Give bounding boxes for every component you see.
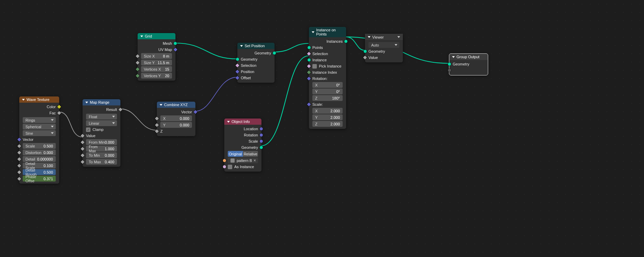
socket-out-instances[interactable] xyxy=(344,40,347,43)
output-scale: Scale xyxy=(224,138,261,144)
btn-relative[interactable]: Relative xyxy=(243,151,258,157)
toggle-transform-space[interactable]: Original Relative xyxy=(224,151,261,157)
input-selection: Selection xyxy=(237,62,275,69)
field-detail[interactable]: Detail0.000000 xyxy=(23,156,56,162)
node-header[interactable]: Combine XYZ xyxy=(157,102,195,108)
field-scale[interactable]: Scale0.500 xyxy=(23,143,56,149)
select-dtype[interactable]: Float xyxy=(86,114,117,120)
collapse-icon[interactable] xyxy=(312,31,314,33)
field-to-max[interactable]: To Max0.400 xyxy=(86,159,117,165)
input-geometry: Geometry xyxy=(449,61,488,67)
field-distortion[interactable]: Distortion0.000 xyxy=(23,150,56,155)
check-icon xyxy=(228,165,232,169)
socket-in-geometry[interactable] xyxy=(364,50,367,53)
node-grid[interactable]: Grid Mesh UV Map Size X8 m Size Y11.5 m … xyxy=(138,33,175,81)
field-size-y[interactable]: Size Y11.5 m xyxy=(141,60,172,65)
checkbox-clamp[interactable]: Clamp xyxy=(83,126,120,133)
node-title: Group Output xyxy=(457,55,480,59)
socket-in-points[interactable] xyxy=(308,46,311,49)
input-geometry: Geometry xyxy=(365,48,403,54)
input-geometry: Geometry xyxy=(237,56,275,62)
collapse-icon[interactable] xyxy=(160,104,162,106)
socket-in-object[interactable] xyxy=(223,159,226,162)
field-detail-scale[interactable]: Detail Scale0.100 xyxy=(23,163,56,168)
output-uvmap: UV Map xyxy=(138,47,175,53)
field-sy[interactable]: Y2.000 xyxy=(312,114,343,120)
socket-out-location[interactable] xyxy=(260,127,263,131)
btn-original[interactable]: Original xyxy=(228,151,243,157)
collapse-icon[interactable] xyxy=(85,102,88,103)
socket-out-rotation[interactable] xyxy=(260,134,263,137)
field-sx[interactable]: X2.000 xyxy=(312,108,343,114)
field-verts-y[interactable]: Vertices Y20 xyxy=(141,73,172,79)
socket-in-geometry[interactable] xyxy=(236,58,239,61)
input-z: Z xyxy=(157,128,195,134)
output-mesh: Mesh xyxy=(138,40,175,47)
node-header[interactable]: Object Info xyxy=(224,119,261,125)
input-position: Position xyxy=(237,69,275,75)
node-header[interactable]: Instance on Points xyxy=(309,27,346,37)
socket-out-geometry[interactable] xyxy=(273,52,276,55)
field-sz[interactable]: Z2.000 xyxy=(312,121,343,127)
socket-out-scale[interactable] xyxy=(260,140,263,143)
field-from-min[interactable]: From Min0.000 xyxy=(86,139,117,145)
collapse-icon[interactable] xyxy=(22,99,25,101)
node-header[interactable]: Wave Texture xyxy=(19,96,59,103)
collapse-icon[interactable] xyxy=(140,35,143,37)
checkbox-pick-instance[interactable]: Pick Instance xyxy=(309,63,346,69)
field-rz[interactable]: Z180° xyxy=(312,95,343,101)
node-instance-on-points[interactable]: Instance on Points Instances Points Sele… xyxy=(309,27,346,129)
output-location: Location xyxy=(224,126,261,132)
node-title: Object Info xyxy=(232,120,250,124)
collapse-icon[interactable] xyxy=(368,36,371,38)
select-viewer-mode[interactable]: Auto xyxy=(368,42,399,48)
node-map-range[interactable]: Map Range Result Float Linear Clamp Valu… xyxy=(83,99,120,167)
field-to-min[interactable]: To Min0.000 xyxy=(86,152,117,158)
output-geometry: Geometry xyxy=(224,144,261,151)
node-header[interactable]: Set Position xyxy=(237,43,275,49)
node-group-output[interactable]: Group Output Geometry xyxy=(449,54,488,75)
node-header[interactable]: Grid xyxy=(138,33,175,39)
socket-in-instance[interactable] xyxy=(308,59,311,62)
field-detail-rough[interactable]: Detail Rough0.500 xyxy=(23,169,56,175)
output-geometry: Geometry xyxy=(237,50,275,56)
select-interp[interactable]: Linear xyxy=(86,120,117,126)
field-y[interactable]: Y0.000 xyxy=(160,122,192,128)
collapse-icon[interactable] xyxy=(227,121,230,123)
node-wave-texture[interactable]: Wave Texture Color Fac Rings Spherical S… xyxy=(19,96,59,184)
field-rx[interactable]: X0° xyxy=(312,82,343,88)
output-result: Result xyxy=(83,106,120,113)
input-value: Value xyxy=(83,133,120,139)
select-wave-direction[interactable]: Spherical xyxy=(23,124,56,130)
node-header[interactable]: Map Range xyxy=(83,99,120,105)
input-instance: Instance xyxy=(309,57,346,63)
socket-in-geometry[interactable] xyxy=(448,63,451,66)
collapse-icon[interactable] xyxy=(452,56,455,58)
field-phase-offset[interactable]: Phase Offse0.371 xyxy=(23,176,56,182)
chevron-down-icon[interactable] xyxy=(397,36,400,38)
node-viewer[interactable]: Viewer Auto Geometry Value xyxy=(365,34,403,62)
socket-in-extend[interactable] xyxy=(448,69,451,72)
field-ry[interactable]: Y0° xyxy=(312,89,343,94)
output-rotation: Rotation xyxy=(224,132,261,138)
node-header[interactable]: Viewer xyxy=(365,34,403,41)
field-from-max[interactable]: From Max1.000 xyxy=(86,146,117,152)
checkbox-as-instance[interactable]: As Instance xyxy=(224,164,261,170)
socket-in-as-instance[interactable] xyxy=(223,165,226,168)
socket-out-geometry[interactable] xyxy=(260,146,263,149)
node-object-info[interactable]: Object Info Location Rotation Scale Geom… xyxy=(224,119,261,172)
collapse-icon[interactable] xyxy=(240,45,243,47)
field-x[interactable]: X0.000 xyxy=(160,115,192,121)
field-object[interactable]: pattern B× xyxy=(228,157,258,163)
node-combine-xyz[interactable]: Combine XYZ Vector X0.000 Y0.000 Z xyxy=(157,102,195,136)
node-set-position[interactable]: Set Position Geometry Geometry Selection… xyxy=(237,43,275,83)
select-wave-type[interactable]: Rings xyxy=(23,117,56,123)
output-vector: Vector xyxy=(157,109,195,115)
field-verts-x[interactable]: Vertices X15 xyxy=(141,66,172,72)
socket-out-mesh[interactable] xyxy=(174,42,177,45)
node-header[interactable]: Group Output xyxy=(449,54,488,60)
field-size-x[interactable]: Size X8 m xyxy=(141,53,172,59)
clear-object-icon[interactable]: × xyxy=(254,158,256,163)
output-fac: Fac xyxy=(19,110,59,116)
select-wave-profile[interactable]: Sine xyxy=(23,130,56,136)
